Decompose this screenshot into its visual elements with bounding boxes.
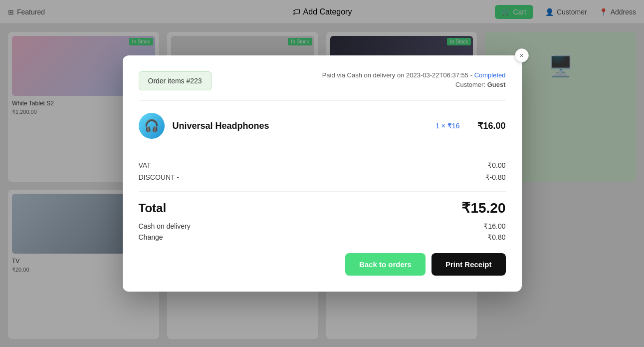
order-modal: × Order items #223 Paid via Cash on deli… [123,55,522,292]
modal-overlay: × Order items #223 Paid via Cash on deli… [0,0,644,347]
modal-actions: Back to orders Print Receipt [139,253,506,276]
cod-row: Cash on delivery ₹16.00 [139,222,506,230]
total-label: Total [139,201,167,215]
vat-label: VAT [139,161,151,169]
change-label: Change [139,233,163,241]
order-info: Paid via Cash on delivery on 2023-03-22T… [322,71,506,88]
summary-section: VAT ₹0.00 DISCOUNT - ₹-0.80 [139,161,506,181]
total-value: ₹15.20 [461,200,505,216]
total-row: Total ₹15.20 [139,200,506,216]
order-status-line: Paid via Cash on delivery on 2023-03-22T… [322,71,506,79]
modal-close-button[interactable]: × [515,48,529,62]
discount-value: ₹-0.80 [485,173,506,181]
order-customer: Customer: Guest [322,81,506,88]
discount-row: DISCOUNT - ₹-0.80 [139,173,506,181]
total-divider [139,191,506,192]
payment-section: Cash on delivery ₹16.00 Change ₹0.80 [139,222,506,241]
order-badge: Order items #223 [139,71,212,90]
vat-value: ₹0.00 [487,161,505,169]
product-price: ₹16.00 [477,120,505,131]
change-value: ₹0.80 [487,233,505,241]
print-receipt-button[interactable]: Print Receipt [431,253,506,276]
product-name: Universal Headphones [173,121,428,131]
change-row: Change ₹0.80 [139,233,506,241]
back-to-orders-button[interactable]: Back to orders [345,253,426,276]
modal-header: Order items #223 Paid via Cash on delive… [139,71,506,101]
cod-value: ₹16.00 [483,222,505,230]
vat-row: VAT ₹0.00 [139,161,506,169]
product-row: 🎧 Universal Headphones 1 × ₹16 ₹16.00 [139,113,506,149]
cod-label: Cash on delivery [139,222,191,230]
discount-label: DISCOUNT - [139,173,179,181]
product-quantity: 1 × ₹16 [435,122,459,130]
product-icon: 🎧 [139,113,165,139]
